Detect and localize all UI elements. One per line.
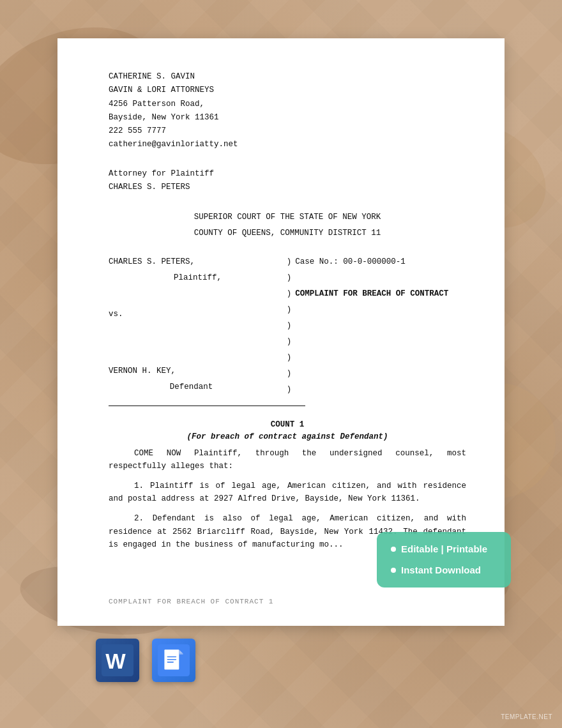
case-right: ) Case No.: 00-0-000000-1 ) ) COMPLAINT …: [280, 254, 466, 398]
count-header: COUNT 1 (For breach of contract against …: [109, 419, 466, 443]
bullet-1: [391, 547, 396, 552]
paragraph-1: 1. Plaintiff is of legal age, American c…: [109, 480, 466, 506]
plaintiff-name: CHARLES S. PETERS,: [109, 254, 274, 270]
paren-2: ): [287, 270, 292, 286]
feature-item-1: Editable | Printable: [391, 542, 497, 557]
word-icon[interactable]: W: [96, 639, 139, 682]
section-divider: [109, 406, 305, 406]
attorney-email: catherine@gavinloriatty.net: [109, 138, 466, 151]
google-docs-icon[interactable]: [152, 639, 195, 682]
bottom-icons: W: [57, 639, 505, 682]
court-line2: COUNTY OF QUEENS, COMMUNITY DISTRICT 11: [109, 225, 466, 241]
paren-7: ): [287, 350, 292, 366]
watermark: TEMPLATE.NET: [501, 713, 552, 720]
attorney-role: Attorney for Plaintiff: [109, 167, 466, 181]
defendant-name: VERNON H. KEY,: [109, 363, 274, 379]
svg-rect-7: [167, 659, 177, 660]
court-line1: SUPERIOR COURT OF THE STATE OF NEW YORK: [109, 209, 466, 225]
word-icon-svg: W: [102, 644, 133, 676]
defendant-label: Defendant: [109, 379, 274, 395]
court-header: SUPERIOR COURT OF THE STATE OF NEW YORK …: [109, 209, 466, 241]
feature-badge: Editable | Printable Instant Download: [377, 532, 511, 588]
case-section: CHARLES S. PETERS, Plaintiff, vs. VERNON…: [109, 254, 466, 398]
paren-1: ): [287, 254, 292, 270]
feature-item-2: Instant Download: [391, 563, 497, 578]
attorney-for-block: Attorney for Plaintiff CHARLES S. PETERS: [109, 167, 466, 195]
bullet-2: [391, 568, 396, 573]
vs-label: vs.: [109, 307, 274, 322]
attorney-firm: GAVIN & LORI ATTORNEYS: [109, 84, 466, 97]
paren-3: ): [287, 286, 292, 302]
attorney-address1: 4256 Patterson Road,: [109, 98, 466, 111]
paren-6: ): [287, 334, 292, 350]
case-left: CHARLES S. PETERS, Plaintiff, vs. VERNON…: [109, 254, 280, 398]
svg-rect-6: [167, 656, 177, 658]
attorney-name: CATHERINE S. GAVIN: [109, 70, 466, 84]
document-page: CATHERINE S. GAVIN GAVIN & LORI ATTORNEY…: [57, 38, 505, 626]
count-title: COUNT 1: [109, 419, 466, 431]
feature-label-1: Editable | Printable: [401, 542, 487, 557]
complaint-label: COMPLAINT FOR BREACH OF CONTRACT: [295, 286, 448, 302]
attorney-address2: Bayside, New York 11361: [109, 111, 466, 125]
paren-9: ): [287, 382, 292, 398]
indent-space-2: [109, 480, 134, 493]
indent-space: [109, 447, 134, 460]
document-footer: COMPLAINT FOR BREACH OF CONTRACT 1: [109, 596, 273, 607]
svg-rect-8: [167, 662, 174, 663]
page-wrapper: CATHERINE S. GAVIN GAVIN & LORI ATTORNEY…: [0, 0, 562, 695]
attorney-phone: 222 555 7777: [109, 125, 466, 138]
case-number: Case No.: 00-0-000000-1: [295, 254, 406, 270]
svg-rect-5: [179, 654, 183, 655]
attorney-client: CHARLES S. PETERS: [109, 181, 466, 194]
feature-label-2: Instant Download: [401, 563, 481, 578]
attorney-info: CATHERINE S. GAVIN GAVIN & LORI ATTORNEY…: [109, 70, 466, 152]
paren-5: ): [287, 318, 292, 334]
svg-text:W: W: [105, 649, 126, 673]
count-subtitle: (For breach of contract against Defendan…: [109, 431, 466, 443]
docs-icon-svg: [158, 644, 190, 676]
plaintiff-label: Plaintiff,: [109, 270, 274, 286]
intro-paragraph: COME NOW Plaintiff, through the undersig…: [109, 447, 466, 473]
indent-space-3: [109, 512, 134, 526]
paren-4: ): [287, 302, 292, 318]
paren-8: ): [287, 366, 292, 382]
